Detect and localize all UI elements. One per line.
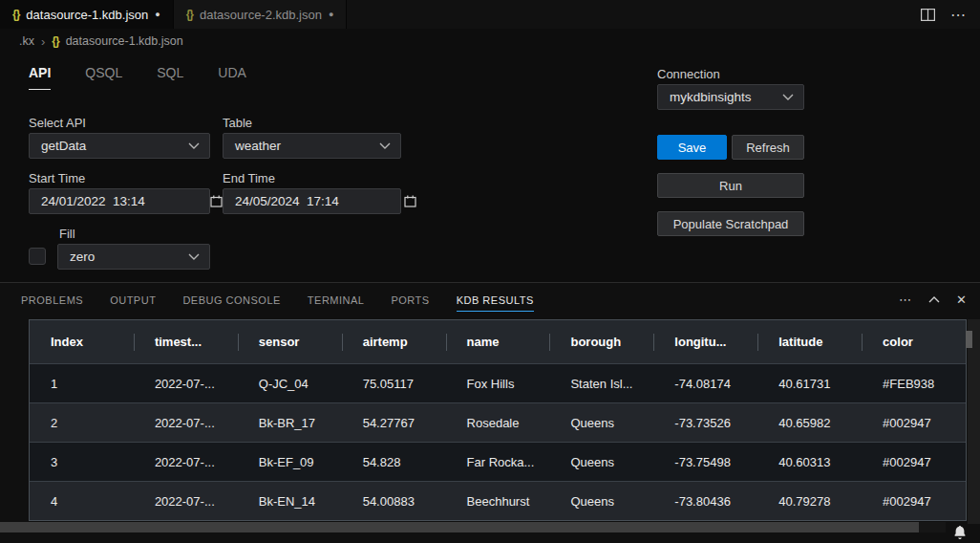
close-panel-icon[interactable]: ✕ <box>956 293 967 307</box>
cell-longitude: -73.75498 <box>653 455 757 469</box>
cell-color: #FEB938 <box>862 377 966 391</box>
column-header-index[interactable]: Index <box>30 335 134 349</box>
tab-datasource-2[interactable]: {} datasource-2.kdb.json ● <box>174 0 348 29</box>
table-dropdown[interactable]: weather <box>223 133 401 159</box>
select-api-dropdown[interactable]: getData <box>29 133 210 159</box>
cell-latitude: 40.79278 <box>757 494 862 509</box>
tab-debug-console[interactable]: DEBUG CONSOLE <box>182 283 280 316</box>
calendar-icon[interactable] <box>404 195 416 207</box>
chevron-down-icon <box>782 94 794 100</box>
tab-output[interactable]: OUTPUT <box>110 283 156 316</box>
more-actions-icon[interactable]: ⋯ <box>899 293 912 307</box>
tab-terminal[interactable]: TERMINAL <box>308 283 365 316</box>
column-header-borough[interactable]: borough <box>549 335 653 349</box>
tab-problems[interactable]: PROBLEMS <box>21 283 83 316</box>
column-header-latitude[interactable]: latitude <box>757 335 862 349</box>
cell-borough: Staten Isl... <box>549 377 653 391</box>
unsaved-changes-dot-icon[interactable]: ● <box>155 10 160 19</box>
connection-value: mykdbinsights <box>670 90 752 104</box>
tabbar-spacer <box>347 0 921 29</box>
fill-dropdown[interactable]: zero <box>57 244 210 270</box>
horizontal-scrollbar-track <box>0 522 946 532</box>
start-time-input[interactable] <box>30 194 210 208</box>
calendar-icon[interactable] <box>210 195 223 207</box>
cell-timestamp: 2022-07-... <box>134 455 238 469</box>
json-file-icon: {} <box>12 8 19 21</box>
tab-api[interactable]: API <box>29 65 51 90</box>
connection-label: Connection <box>657 67 720 81</box>
cell-borough: Queens <box>549 494 653 509</box>
breadcrumb-root[interactable]: .kx <box>19 34 34 48</box>
start-time-label: Start Time <box>29 171 85 185</box>
tab-qsql[interactable]: QSQL <box>85 65 122 90</box>
cell-timestamp: 2022-07-... <box>134 494 238 509</box>
cell-color: #002947 <box>862 494 966 509</box>
end-time-input[interactable] <box>224 194 404 208</box>
cell-latitude: 40.65982 <box>757 416 862 430</box>
cell-name: Fox Hills <box>446 377 550 391</box>
tab-datasource-1[interactable]: {} datasource-1.kdb.json ● <box>0 0 174 29</box>
select-api-label: Select API <box>29 116 86 130</box>
table-row: 3 2022-07-... Bk-EF_09 54.828 Far Rocka.… <box>30 442 966 481</box>
cell-index: 1 <box>30 377 134 391</box>
cell-color: #002947 <box>862 416 966 430</box>
table-value: weather <box>235 139 281 153</box>
run-button[interactable]: Run <box>657 173 804 198</box>
populate-scratchpad-button[interactable]: Populate Scratchpad <box>657 211 804 236</box>
tab-kdb-results[interactable]: KDB RESULTS <box>457 283 534 316</box>
cell-sensor: Bk-BR_17 <box>238 416 342 430</box>
tab-ports[interactable]: PORTS <box>391 283 429 316</box>
chevron-down-icon <box>379 142 391 149</box>
scrollbar-gutter <box>968 319 980 524</box>
connection-select[interactable]: mykdbinsights <box>657 84 804 110</box>
maximize-panel-icon[interactable] <box>928 296 940 303</box>
cell-borough: Queens <box>549 416 653 430</box>
more-actions-icon[interactable]: ⋯ <box>950 6 967 24</box>
breadcrumb-file[interactable]: datasource-1.kdb.json <box>66 34 183 48</box>
column-header-longitude[interactable]: longitu... <box>653 335 757 349</box>
fill-checkbox[interactable] <box>29 248 46 265</box>
vertical-scrollbar-thumb[interactable] <box>966 331 972 348</box>
cell-longitude: -73.80436 <box>653 494 757 509</box>
cell-name: Rosedale <box>446 416 550 430</box>
save-button[interactable]: Save <box>657 135 727 160</box>
cell-timestamp: 2022-07-... <box>134 377 238 391</box>
column-header-sensor[interactable]: sensor <box>238 335 342 349</box>
cell-sensor: Bk-EN_14 <box>238 494 342 509</box>
cell-borough: Queens <box>549 455 653 469</box>
column-header-color[interactable]: color <box>862 335 966 349</box>
vscode-window: {} datasource-1.kdb.json ● {} datasource… <box>0 0 980 543</box>
notifications-bell-icon[interactable] <box>952 525 968 543</box>
cell-color: #002947 <box>862 455 966 469</box>
column-header-airtemp[interactable]: airtemp <box>342 335 446 349</box>
end-time-field <box>223 188 401 214</box>
column-header-timestamp[interactable]: timest... <box>134 335 238 349</box>
bottom-panel: PROBLEMS OUTPUT DEBUG CONSOLE TERMINAL P… <box>0 282 980 543</box>
end-time-label: End Time <box>223 171 275 185</box>
unsaved-changes-dot-icon[interactable]: ● <box>329 10 333 19</box>
refresh-button[interactable]: Refresh <box>732 135 804 160</box>
editor-actions: ⋯ <box>921 0 980 29</box>
split-editor-icon[interactable] <box>921 9 935 21</box>
cell-timestamp: 2022-07-... <box>134 416 238 430</box>
cell-latitude: 40.61731 <box>757 377 862 391</box>
cell-airtemp: 54.27767 <box>342 416 446 430</box>
table-row: 4 2022-07-... Bk-EN_14 54.00883 Beechhur… <box>30 481 966 520</box>
cell-index: 2 <box>30 416 134 430</box>
horizontal-scrollbar-thumb[interactable] <box>0 522 919 532</box>
start-time-field <box>29 188 210 214</box>
column-header-name[interactable]: name <box>446 335 550 349</box>
chevron-down-icon <box>188 253 200 260</box>
tab-label: datasource-2.kdb.json <box>200 8 322 22</box>
breadcrumb: .kx › {} datasource-1.kdb.json <box>0 29 980 54</box>
fill-label: Fill <box>59 227 75 241</box>
tab-label: datasource-1.kdb.json <box>26 8 148 22</box>
tab-uda[interactable]: UDA <box>218 65 246 90</box>
cell-sensor: Bk-EF_09 <box>238 455 342 469</box>
cell-longitude: -73.73526 <box>653 416 757 430</box>
cell-airtemp: 54.828 <box>342 455 446 469</box>
cell-index: 4 <box>30 494 134 509</box>
tab-sql[interactable]: SQL <box>157 65 183 90</box>
cell-airtemp: 75.05117 <box>342 377 446 391</box>
cell-name: Far Rocka... <box>446 455 550 469</box>
